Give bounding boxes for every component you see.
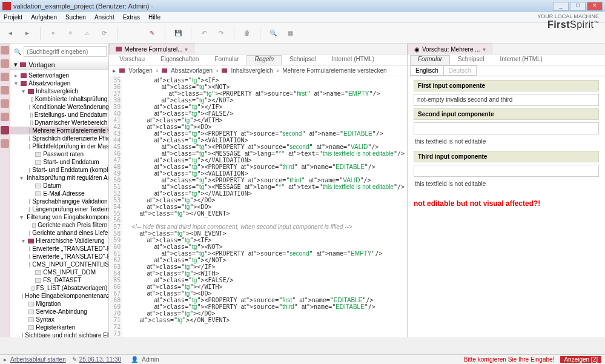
delete-button[interactable]: 🗑: [240, 27, 254, 40]
editor-subtabs: VorschauEigenschaftenFormularRegelnSchni…: [109, 55, 407, 65]
tree-item[interactable]: Pflichtfeldprüfung in der Master: [10, 142, 108, 150]
rail-item[interactable]: [1, 113, 9, 121]
subtab-regeln[interactable]: Regeln: [246, 55, 282, 65]
rail-item[interactable]: [1, 46, 9, 55]
tree-item[interactable]: Erweiterte „TRANSLATED“-Prü: [10, 253, 108, 260]
lang-deutsch[interactable]: Deutsch: [444, 65, 477, 76]
tree-item[interactable]: Konditionale Werteänderung: [10, 103, 108, 111]
minimize-button[interactable]: _: [553, 2, 569, 11]
tree-item[interactable]: Start- und Enddatum: [10, 158, 108, 166]
file-tab[interactable]: Mehrere Formularel... ▾: [109, 44, 194, 54]
subtab-formular[interactable]: Formular: [207, 55, 246, 65]
search-input[interactable]: [24, 46, 107, 57]
menu-extras[interactable]: Extras: [123, 14, 140, 21]
tree-item[interactable]: E-Mail-Adresse: [10, 190, 108, 197]
chevron-down-icon[interactable]: ▾: [483, 46, 486, 53]
undo-button[interactable]: ↶: [197, 27, 211, 40]
tree-item[interactable]: CMS_INPUT_DOM: [10, 268, 108, 276]
field2-input[interactable]: [414, 122, 599, 134]
subtab-eigenschaften[interactable]: Eigenschaften: [153, 55, 207, 65]
field3-input[interactable]: [414, 165, 599, 177]
rail-item[interactable]: [1, 99, 9, 108]
collapse-icon[interactable]: ▸: [113, 67, 116, 74]
ext-button[interactable]: ▦: [283, 27, 297, 40]
sidebar-header[interactable]: ▾ Vorlagen: [10, 59, 108, 70]
tree-item[interactable]: Sprachlich differenzierte Pflicht: [10, 134, 108, 142]
rail-item[interactable]: [1, 139, 9, 148]
rail-item[interactable]: [1, 73, 9, 81]
subtab-internet (html)[interactable]: Internet (HTML): [324, 55, 383, 65]
field3-label: Third input componente: [414, 151, 599, 162]
field3-message: this textfield is not editable: [414, 179, 599, 191]
tree-item[interactable]: Service-Anbindung: [10, 308, 108, 316]
tree-item[interactable]: FS_DATASET: [10, 276, 108, 284]
maximize-button[interactable]: □: [570, 2, 586, 11]
code-editor[interactable]: at">class="tg"><IF> at">class="tg"><NOT>…: [122, 76, 407, 337]
tree-item[interactable]: Sprachabhängige Validation: [10, 197, 108, 205]
tree-item[interactable]: Datum: [10, 182, 108, 190]
tree-item[interactable]: ▸Seitenvorlagen: [10, 71, 108, 79]
tree-item[interactable]: Migration: [10, 300, 108, 308]
subtab-schnipsel[interactable]: Schnipsel: [450, 55, 492, 65]
tree-item[interactable]: Syntax: [10, 316, 108, 323]
menu-hilfe[interactable]: Hilfe: [148, 14, 160, 21]
window-title: validation_example_project (Benutzer: Ad…: [13, 2, 553, 10]
tree-item[interactable]: Gerichte anhand eines Lieferar: [10, 229, 108, 237]
preview-panel: ◉ Vorschau: Mehrere ... ▾ Formular Schni…: [408, 44, 605, 337]
menu-suchen[interactable]: Suchen: [65, 14, 86, 21]
tree-item[interactable]: ▾Filterung von Eingabekomponente: [10, 213, 108, 221]
rail-item[interactable]: [1, 59, 9, 68]
menu-ansicht[interactable]: Ansicht: [94, 14, 114, 21]
home-button[interactable]: ⌂: [81, 27, 94, 40]
tree-item[interactable]: Erweiterte „TRANSLATED“-Prü: [10, 245, 108, 253]
tree[interactable]: ▸Seitenvorlagen▾Absatzvorlagen▾Inhaltsve…: [10, 70, 108, 337]
chevron-down-icon[interactable]: ▾: [185, 46, 188, 53]
preview-tab[interactable]: ◉ Vorschau: Mehrere ... ▾: [408, 44, 492, 54]
tree-item[interactable]: Dynamischer Wertebereich: [10, 119, 108, 127]
subtab-schnipsel[interactable]: Schnipsel: [282, 55, 323, 65]
rail-item[interactable]: [1, 126, 9, 134]
tree-item[interactable]: Start- und Enddatum (komplex): [10, 166, 108, 174]
tree-item[interactable]: ▾Inhaltsprüfung mit regulären Ausd: [10, 174, 108, 182]
tree-item[interactable]: Sichtbare und nicht sichbare Elem: [10, 331, 108, 337]
preview-subtabs: Formular Schnipsel Internet (HTML): [408, 55, 605, 65]
subtab-internet[interactable]: Internet (HTML): [492, 55, 550, 65]
back-button[interactable]: ◄: [4, 27, 17, 40]
subtab-formular[interactable]: Formular: [410, 55, 450, 65]
tree-item[interactable]: Längenprüfung einer Texteinga: [10, 205, 108, 213]
close-button[interactable]: ✕: [587, 2, 603, 11]
subtab-vorschau[interactable]: Vorschau: [111, 55, 153, 65]
search-tool-button[interactable]: 🔍: [266, 27, 280, 40]
menu-aufgaben[interactable]: Aufgaben: [31, 14, 57, 21]
tree-item[interactable]: CMS_INPUT_CONTENTLIST (…: [10, 260, 108, 268]
locate-button[interactable]: ⌖: [47, 27, 60, 40]
tree-item[interactable]: Registerkarten: [10, 323, 108, 331]
eye-icon: ◉: [414, 46, 420, 53]
tree-item[interactable]: ▾Hierarchische Validierung: [10, 237, 108, 245]
redo-button[interactable]: ↷: [214, 27, 228, 40]
tree-item[interactable]: Kombinierte Inhaltsprüfung: [10, 95, 108, 103]
bookmark-button[interactable]: ✧: [64, 27, 77, 40]
tree-item[interactable]: ▾Inhaltsvergleich: [10, 87, 108, 95]
status-date[interactable]: 25.06.13, 11:30: [79, 356, 122, 363]
workflow-link[interactable]: Arbeitsablauf starten: [10, 356, 66, 363]
rail-item[interactable]: [1, 86, 9, 94]
folder-icon: [20, 62, 26, 67]
tree-item[interactable]: Passwort raten: [10, 150, 108, 158]
editor-panel: Mehrere Formularel... ▾ VorschauEigensch…: [109, 44, 408, 337]
tree-item[interactable]: ▾Absatzvorlagen: [10, 79, 108, 87]
save-button[interactable]: 💾: [171, 27, 185, 40]
menu-projekt[interactable]: Projekt: [4, 14, 22, 21]
forward-button[interactable]: ►: [21, 27, 34, 40]
status-error: Bitte korrigieren Sie Ihre Eingabe!: [464, 356, 555, 363]
refresh-button[interactable]: ⟳: [98, 27, 111, 40]
tree-item[interactable]: Erstellungs- und Enddatum: [10, 111, 108, 119]
lang-englisch[interactable]: Englisch: [410, 65, 444, 76]
status-badge[interactable]: Anzeigen [2]: [560, 356, 601, 363]
field1-input[interactable]: not-empty invalids second and third: [414, 94, 599, 106]
tree-item[interactable]: Hohe Eingabekomponentenanzah: [10, 292, 108, 300]
tree-item[interactable]: Mehrere Formularelemente ve: [10, 127, 108, 134]
tree-item[interactable]: Gerichte nach Preis filtern: [10, 221, 108, 229]
edit-button[interactable]: ✎: [145, 27, 159, 40]
tree-item[interactable]: FS_LIST (Absatzvorlagen): [10, 284, 108, 292]
